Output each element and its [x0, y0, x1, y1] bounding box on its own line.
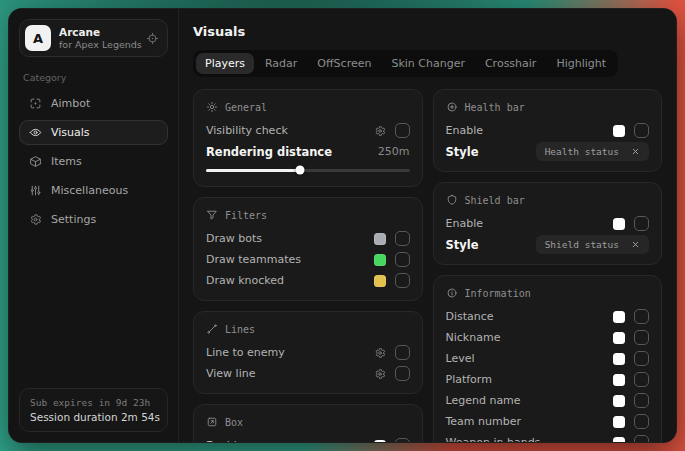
sidebar-item-label: Aimbot — [51, 97, 90, 110]
row-enable: Enable — [446, 213, 650, 234]
checkbox[interactable] — [634, 330, 649, 345]
row-controls — [613, 309, 649, 324]
checkbox[interactable] — [634, 414, 649, 429]
desktop-background: A Arcane for Apex Legends Category Aimbo… — [0, 0, 685, 451]
row-controls — [374, 123, 410, 138]
row-label: Style — [446, 145, 536, 159]
color-swatch[interactable] — [613, 353, 625, 365]
app-window: A Arcane for Apex Legends Category Aimbo… — [8, 8, 677, 443]
slider-thumb[interactable] — [295, 166, 304, 175]
tab-skin-changer[interactable]: Skin Changer — [382, 53, 474, 74]
checkbox[interactable] — [634, 351, 649, 366]
session-duration-text: Session duration 2m 54s — [30, 411, 157, 423]
checkbox[interactable] — [395, 438, 410, 443]
checkbox[interactable] — [634, 309, 649, 324]
color-swatch[interactable] — [613, 332, 625, 344]
panel-title: Information — [465, 288, 531, 299]
color-swatch[interactable] — [374, 233, 386, 245]
row-controls: Health status — [536, 142, 649, 161]
panel-header: General — [206, 101, 410, 113]
row-label: Distance — [446, 310, 614, 323]
gear-icon[interactable] — [374, 347, 386, 359]
sun-icon — [206, 101, 218, 113]
tab-players[interactable]: Players — [196, 53, 254, 74]
panel-title: Lines — [225, 324, 255, 335]
line-icon — [206, 323, 218, 335]
sidebar-item-miscellaneous[interactable]: Miscellaneous — [19, 178, 168, 203]
slider-fill — [206, 169, 300, 172]
color-swatch[interactable] — [613, 395, 625, 407]
sidebar-item-aimbot[interactable]: Aimbot — [19, 91, 168, 116]
row-legend-name: Legend name — [446, 390, 650, 411]
color-swatch[interactable] — [613, 311, 625, 323]
color-swatch[interactable] — [374, 275, 386, 287]
style-select-value: Shield status — [545, 239, 619, 250]
panel-header: Filters — [206, 209, 410, 221]
sidebar-item-settings[interactable]: Settings — [19, 207, 168, 232]
tab-highlight[interactable]: Highlight — [547, 53, 615, 74]
color-swatch[interactable] — [613, 125, 625, 137]
row-draw-bots: Draw bots — [206, 228, 410, 249]
row-controls: 250m — [378, 145, 410, 158]
checkbox[interactable] — [634, 216, 649, 231]
checkbox[interactable] — [634, 435, 649, 443]
style-select[interactable]: Health status — [536, 142, 649, 161]
checkbox[interactable] — [395, 231, 410, 246]
row-label: Team number — [446, 415, 614, 428]
app-subtitle: for Apex Legends — [59, 39, 138, 50]
checkbox[interactable] — [634, 123, 649, 138]
sidebar-item-items[interactable]: Items — [19, 149, 168, 174]
subscription-card: Sub expires in 9d 23h Session duration 2… — [19, 388, 168, 432]
row-controls — [613, 123, 649, 138]
slider-track[interactable] — [206, 169, 410, 172]
row-enable: Enable — [206, 435, 410, 443]
target-icon[interactable] — [146, 32, 159, 45]
close-icon[interactable] — [631, 240, 640, 249]
checkbox[interactable] — [395, 366, 410, 381]
close-icon[interactable] — [631, 147, 640, 156]
tab-radar[interactable]: Radar — [256, 53, 306, 74]
rendering-distance-slider[interactable] — [206, 165, 410, 175]
panel-title: Box — [225, 417, 243, 428]
color-swatch[interactable] — [613, 218, 625, 230]
sidebar-item-label: Settings — [51, 213, 96, 226]
checkbox[interactable] — [634, 393, 649, 408]
row-controls — [374, 438, 410, 443]
row-label: View line — [206, 367, 374, 380]
crosshair-icon — [29, 97, 42, 110]
checkbox[interactable] — [395, 252, 410, 267]
checkbox[interactable] — [395, 345, 410, 360]
logo-card: A Arcane for Apex Legends — [19, 19, 168, 57]
row-rendering-distance: Rendering distance250m — [206, 141, 410, 162]
color-swatch[interactable] — [374, 254, 386, 266]
tab-offscreen[interactable]: OffScreen — [308, 53, 380, 74]
checkbox[interactable] — [634, 372, 649, 387]
color-swatch[interactable] — [374, 440, 386, 444]
sliders-icon — [29, 184, 42, 197]
checkbox[interactable] — [395, 273, 410, 288]
tab-crosshair[interactable]: Crosshair — [476, 53, 545, 74]
row-label: Draw teammates — [206, 253, 374, 266]
color-swatch[interactable] — [613, 437, 625, 444]
color-swatch[interactable] — [613, 374, 625, 386]
row-label: Draw bots — [206, 232, 374, 245]
page-title: Visuals — [193, 24, 662, 39]
row-line-to-enemy: Line to enemy — [206, 342, 410, 363]
row-label: Level — [446, 352, 614, 365]
app-name: Arcane — [59, 26, 138, 39]
row-label: Enable — [206, 439, 374, 443]
gear-icon[interactable] — [374, 368, 386, 380]
panel-general: GeneralVisibility checkRendering distanc… — [193, 89, 423, 187]
tab-bar: PlayersRadarOffScreenSkin ChangerCrossha… — [193, 50, 618, 77]
panels-area: GeneralVisibility checkRendering distanc… — [193, 89, 662, 442]
row-label: Line to enemy — [206, 346, 374, 359]
color-swatch[interactable] — [613, 416, 625, 428]
gear-icon[interactable] — [374, 125, 386, 137]
panel-lines: LinesLine to enemyView line — [193, 311, 423, 394]
sidebar-item-label: Items — [51, 155, 82, 168]
row-controls — [613, 393, 649, 408]
checkbox[interactable] — [395, 123, 410, 138]
row-weapon-in-hands: Weapon in hands — [446, 432, 650, 443]
sidebar-item-visuals[interactable]: Visuals — [19, 120, 168, 145]
style-select[interactable]: Shield status — [536, 235, 649, 254]
